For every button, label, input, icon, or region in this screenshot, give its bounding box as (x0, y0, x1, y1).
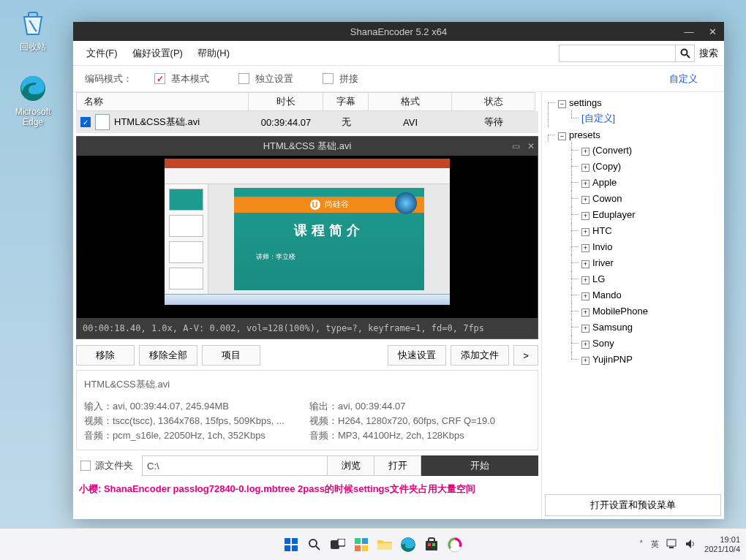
network-icon[interactable] (666, 539, 678, 550)
checkbox-icon (238, 73, 249, 84)
open-preset-menu-button[interactable]: 打开设置和预设菜单 (545, 494, 721, 516)
output-path-input[interactable] (142, 455, 328, 476)
mode-concat[interactable]: 拼接 (323, 72, 358, 86)
preview-close-icon[interactable]: ✕ (527, 141, 535, 151)
search-icon (680, 48, 690, 58)
col-subtitle[interactable]: 字幕 (323, 92, 369, 111)
clock-time[interactable]: 19:01 (704, 535, 740, 544)
tree-item[interactable]: +Mando (571, 287, 723, 303)
preset-tree[interactable]: −settings [自定义] −presets +(Convert)+(Cop… (542, 92, 724, 491)
tree-presets[interactable]: −presets +(Convert)+(Copy)+Apple+Cowon+E… (548, 127, 723, 368)
minimize-button[interactable]: — (677, 22, 701, 41)
close-button[interactable]: ✕ (701, 22, 724, 41)
table-row[interactable]: ✓HTML&CSS基础.avi 00:39:44.07 无 AVI 等待 (76, 111, 538, 133)
svg-rect-18 (428, 543, 431, 546)
col-duration[interactable]: 时长 (249, 92, 323, 111)
taskbar-search-icon[interactable] (305, 535, 324, 554)
row-duration: 00:39:44.07 (249, 111, 323, 133)
slide-title: 课程简介 (294, 222, 364, 239)
add-file-button[interactable]: 添加文件 (451, 345, 509, 366)
col-state[interactable]: 状态 (452, 92, 535, 111)
taskview-icon[interactable] (328, 535, 347, 554)
tree-item[interactable]: +YujinPNP (571, 352, 723, 368)
tree-item[interactable]: +Sony (571, 336, 723, 352)
desktop-icon-recycle[interactable]: 回收站 (7, 7, 59, 53)
tree-item[interactable]: +Iriver (571, 255, 723, 271)
menu-pref[interactable]: 偏好设置(P) (125, 44, 190, 63)
tree-item[interactable]: +HTC (571, 223, 723, 239)
globe-icon (395, 192, 417, 214)
menubar: 文件(F) 偏好设置(P) 帮助(H) 搜索 (73, 41, 724, 66)
output-path-row: 源文件夹 浏览 打开 开始 (76, 455, 538, 477)
open-button[interactable]: 打开 (374, 455, 421, 476)
svg-rect-19 (432, 543, 435, 546)
menu-help[interactable]: 帮助(H) (190, 44, 237, 63)
encode-mode-row: 编码模式： ✓基本模式 独立设置 拼接 自定义 (73, 66, 724, 92)
tree-item[interactable]: +Apple (571, 175, 723, 191)
tree-item[interactable]: +Invio (571, 239, 723, 255)
widgets-icon[interactable] (352, 535, 371, 554)
start-button[interactable]: 开始 (421, 455, 538, 476)
store-icon[interactable] (422, 535, 441, 554)
svg-rect-5 (285, 545, 290, 551)
search-label: 搜索 (699, 47, 718, 60)
svg-point-7 (309, 540, 317, 547)
row-format: AVI (369, 111, 452, 133)
mode-basic[interactable]: ✓基本模式 (154, 72, 209, 86)
taskbar[interactable]: ˄ 英 19:01 2021/10/4 (0, 528, 746, 560)
svg-rect-17 (426, 541, 437, 550)
preview-status: 00:00:18.40, 1.0x, A-V: 0.002, vol=128(1… (77, 318, 538, 338)
remove-button[interactable]: 移除 (76, 345, 135, 366)
source-folder-check[interactable]: 源文件夹 (76, 459, 142, 472)
checkbox-icon: ✓ (154, 73, 165, 84)
taskbar-app-icon[interactable] (445, 535, 464, 554)
svg-rect-3 (285, 538, 290, 544)
desktop-label: 回收站 (7, 41, 59, 53)
volume-icon[interactable] (685, 539, 697, 550)
svg-rect-6 (292, 545, 298, 551)
preview-restore-icon[interactable]: ▭ (512, 141, 520, 151)
tree-item[interactable]: +(Copy) (571, 159, 723, 175)
svg-line-8 (316, 546, 320, 550)
search-input[interactable] (559, 45, 676, 62)
row-checkbox[interactable]: ✓ (80, 117, 91, 127)
more-button[interactable]: > (513, 345, 538, 366)
tree-custom[interactable]: [自定义] (571, 110, 723, 126)
preview-titlebar[interactable]: HTML&CSS 基础.avi ▭✕ (77, 137, 538, 156)
tree-item[interactable]: +LG (571, 271, 723, 287)
window-title: ShanaEncoder 5.2 x64 (350, 26, 447, 37)
tree-item[interactable]: +Samsung (571, 319, 723, 336)
explorer-icon[interactable] (375, 535, 394, 554)
col-name[interactable]: 名称 (76, 92, 249, 111)
browse-button[interactable]: 浏览 (328, 455, 374, 476)
info-filename: HTML&CSS基础.avi (84, 378, 530, 391)
taskbar-edge-icon[interactable] (399, 535, 418, 554)
desktop-icon-edge[interactable]: Microsoft Edge (7, 73, 59, 127)
col-format[interactable]: 格式 (369, 92, 452, 111)
row-filename: HTML&CSS基础.avi (114, 116, 200, 129)
item-button[interactable]: 项目 (202, 345, 260, 366)
quick-settings-button[interactable]: 快速设置 (388, 345, 446, 366)
svg-line-2 (687, 55, 690, 58)
tree-item[interactable]: +MobilePhone (571, 303, 723, 319)
row-state: 等待 (452, 111, 535, 133)
tree-item[interactable]: +Cowon (571, 191, 723, 207)
preview-panel: HTML&CSS 基础.avi ▭✕ U尚硅谷 (76, 136, 538, 339)
ime-indicator[interactable]: 英 (651, 539, 659, 550)
svg-point-1 (681, 49, 687, 55)
clock-date[interactable]: 2021/10/4 (704, 545, 740, 553)
titlebar[interactable]: ShanaEncoder 5.2 x64 — ✕ (73, 22, 724, 41)
menu-file[interactable]: 文件(F) (79, 44, 125, 63)
customize-link[interactable]: 自定义 (669, 72, 698, 86)
action-buttons: 移除 移除全部 项目 快速设置 添加文件 > (76, 345, 538, 366)
search-button[interactable] (676, 45, 695, 62)
tree-settings[interactable]: −settings [自定义] (548, 95, 723, 127)
mode-indep[interactable]: 独立设置 (238, 72, 293, 86)
recycle-bin-icon (18, 7, 48, 38)
remove-all-button[interactable]: 移除全部 (139, 345, 197, 366)
tray-chevron-icon[interactable]: ˄ (639, 540, 644, 549)
start-button[interactable] (282, 535, 301, 554)
tree-item[interactable]: +(Convert) (571, 143, 723, 159)
preview-title: HTML&CSS 基础.avi (263, 140, 352, 153)
tree-item[interactable]: +Eduplayer (571, 207, 723, 223)
